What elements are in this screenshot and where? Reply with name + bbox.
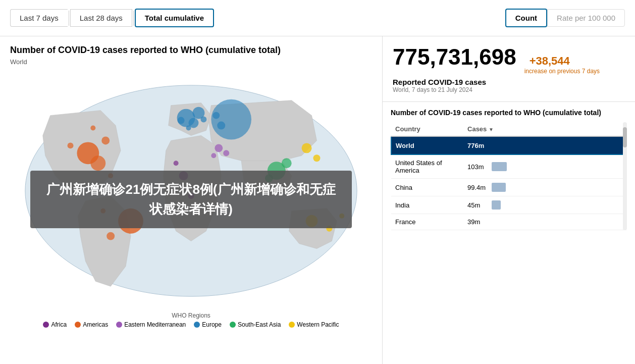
cell-country: World (391, 136, 463, 154)
legend-africa: Africa (43, 321, 67, 328)
map-subtitle: World (10, 58, 372, 66)
cases-label: Cases (467, 125, 487, 133)
table-box: Number of COVID-19 cases reported to WHO… (383, 102, 635, 364)
date-range: World, 7 days to 21 July 2024 (393, 86, 625, 93)
cell-country: India (391, 196, 463, 214)
legend-western-pacific: Western Pacific (289, 321, 339, 328)
legend-southeast-asia: South-East Asia (230, 321, 281, 328)
right-panel: 775,731,698 +38,544 increase on previous… (383, 36, 635, 364)
scrollbar-thumb[interactable] (623, 127, 627, 147)
eastern-med-dot (116, 322, 122, 328)
cell-cases: 776m (463, 136, 626, 154)
col-cases-header[interactable]: Cases ▼ (463, 122, 626, 136)
tab-total-cumulative[interactable]: Total cumulative (135, 9, 214, 27)
overlay-text: 广州新增确诊21例无症状8例(广州新增确诊和无症状感染者详情) (40, 180, 342, 219)
svg-point-4 (68, 143, 74, 149)
southeast-asia-dot (230, 322, 236, 328)
map-container: 广州新增确诊21例无症状8例(广州新增确诊和无症状感染者详情) (10, 70, 372, 312)
legend-europe: Europe (194, 321, 222, 328)
tab-last-7-days[interactable]: Last 7 days (10, 9, 68, 27)
cell-country: United States of America (391, 154, 463, 179)
sort-arrow-icon: ▼ (489, 127, 494, 132)
cases-table: Country Cases ▼ World776mUnited States o… (391, 122, 627, 230)
svg-point-22 (302, 143, 312, 153)
svg-point-17 (217, 122, 225, 130)
left-panel: Number of COVID-19 cases reported to WHO… (0, 36, 383, 364)
increase-label: increase on previous 7 days (524, 68, 600, 75)
count-button[interactable]: Count (505, 9, 547, 27)
svg-point-3 (101, 137, 110, 145)
table-wrapper: Country Cases ▼ World776mUnited States o… (391, 122, 627, 230)
overlay-banner: 广州新增确诊21例无症状8例(广州新增确诊和无症状感染者详情) (30, 171, 352, 228)
svg-point-23 (313, 155, 320, 162)
cell-cases: 39m (463, 214, 626, 230)
africa-label: Africa (51, 321, 67, 328)
time-period-tabs: Last 7 days Last 28 days Total cumulativ… (10, 9, 214, 27)
svg-point-13 (178, 117, 185, 124)
table-row[interactable]: India45m (391, 196, 626, 214)
table-row[interactable]: France39m (391, 214, 626, 230)
svg-point-29 (174, 161, 179, 166)
table-row[interactable]: World776m (391, 136, 626, 154)
svg-point-8 (107, 232, 115, 240)
southeast-asia-label: South-East Asia (238, 321, 281, 328)
svg-point-14 (200, 117, 206, 123)
count-rate-toggle: Count Rate per 100 000 (505, 9, 625, 27)
main-content: Number of COVID-19 cases reported to WHO… (0, 36, 635, 364)
tab-divider2 (133, 11, 134, 26)
eastern-med-label: Eastern Mediterranean (124, 321, 186, 328)
increase-value: +38,544 (530, 55, 570, 67)
table-title: Number of COVID-19 cases reported to WHO… (391, 108, 627, 117)
legend-americas: Americas (75, 321, 108, 328)
western-pacific-label: Western Pacific (297, 321, 339, 328)
map-title: Number of COVID-19 cases reported to WHO… (10, 44, 313, 56)
cell-cases: 99.4m (463, 179, 626, 196)
cell-cases: 103m (463, 154, 626, 179)
scrollbar-track[interactable] (623, 122, 627, 230)
svg-point-20 (282, 159, 292, 169)
legend-eastern-med: Eastern Mediterranean (116, 321, 186, 328)
svg-point-30 (215, 144, 223, 152)
americas-label: Americas (83, 321, 108, 328)
who-regions-label: WHO Regions (10, 312, 372, 319)
stats-box: 775,731,698 +38,544 increase on previous… (383, 36, 635, 102)
svg-point-18 (213, 112, 220, 119)
case-bar (492, 162, 507, 171)
svg-point-32 (211, 153, 216, 159)
svg-point-31 (223, 150, 229, 157)
case-bar (492, 183, 506, 192)
western-pacific-dot (289, 322, 295, 328)
table-header-row: Country Cases ▼ (391, 122, 626, 136)
col-country-header: Country (391, 122, 463, 136)
big-number: 775,731,698 (393, 44, 516, 70)
cell-cases: 45m (463, 196, 626, 214)
europe-label: Europe (202, 321, 222, 328)
table-row[interactable]: China99.4m (391, 179, 626, 196)
americas-dot (75, 322, 81, 328)
svg-point-6 (90, 126, 95, 131)
svg-point-16 (211, 99, 251, 140)
table-row[interactable]: United States of America103m (391, 154, 626, 179)
tab-last-28-days[interactable]: Last 28 days (70, 9, 132, 27)
cell-country: China (391, 179, 463, 196)
svg-point-2 (90, 156, 105, 171)
stats-number-row: 775,731,698 +38,544 increase on previous… (393, 44, 625, 75)
africa-dot (43, 322, 49, 328)
case-bar (492, 141, 583, 150)
cell-country: France (391, 214, 463, 230)
tab-divider (69, 11, 69, 26)
reported-label: Reported COVID-19 cases (393, 78, 625, 86)
svg-point-15 (186, 126, 191, 131)
europe-dot (194, 322, 200, 328)
map-legend: Africa Americas Eastern Mediterranean Eu… (10, 321, 372, 328)
rate-button[interactable]: Rate per 100 000 (547, 9, 625, 27)
top-bar: Last 7 days Last 28 days Total cumulativ… (0, 0, 635, 36)
case-bar (492, 200, 501, 210)
